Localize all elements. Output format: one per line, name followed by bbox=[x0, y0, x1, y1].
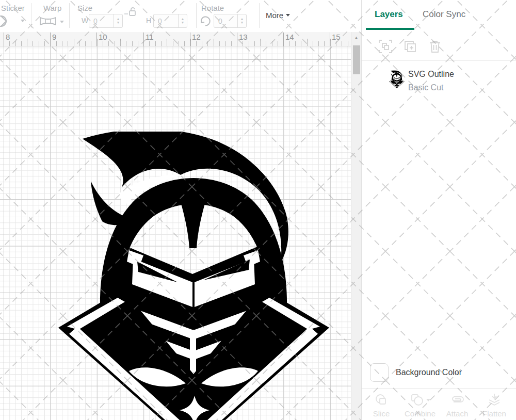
toolbar-divider bbox=[259, 3, 260, 28]
sticker-button[interactable] bbox=[0, 14, 13, 30]
rotate-button[interactable] bbox=[199, 15, 212, 29]
ruler-number: 14 bbox=[283, 33, 294, 41]
size-section-label: Size bbox=[77, 4, 92, 12]
height-input[interactable]: 0 ▲ ▼ bbox=[153, 14, 187, 28]
design-editor-window: Sticker Warp Size W 0 ▲ ▼ bbox=[0, 0, 516, 420]
canvas-artwork-knight[interactable] bbox=[57, 132, 330, 420]
layer-tools-row bbox=[362, 33, 516, 61]
canvas-vertical-scrollbar[interactable]: ▲ bbox=[351, 32, 361, 420]
lock-open-icon bbox=[124, 7, 139, 17]
toolbar-divider bbox=[31, 3, 31, 28]
top-toolbar: Sticker Warp Size W 0 ▲ ▼ bbox=[0, 0, 361, 32]
width-stepper[interactable]: ▲ ▼ bbox=[114, 14, 122, 27]
rotate-icon bbox=[199, 15, 212, 27]
layer-cut-type: Basic Cut bbox=[408, 83, 443, 92]
ruler-number: 10 bbox=[96, 33, 107, 41]
sticker-section-label: Sticker bbox=[1, 4, 25, 12]
flatten-button[interactable]: Flatten bbox=[476, 392, 512, 418]
active-tab-underline bbox=[366, 28, 414, 30]
combine-icon bbox=[410, 393, 425, 407]
warp-icon bbox=[39, 15, 57, 27]
combine-button[interactable]: Combine bbox=[402, 392, 438, 418]
tab-layers[interactable]: Layers bbox=[375, 9, 403, 20]
layer-item-svg-outline[interactable]: SVG Outline Basic Cut bbox=[362, 63, 516, 98]
attach-icon bbox=[448, 394, 466, 406]
combine-caret-icon bbox=[426, 399, 430, 401]
layer-title: SVG Outline bbox=[408, 70, 454, 79]
stepper-down-icon[interactable]: ▼ bbox=[117, 21, 120, 24]
toolbar-divider bbox=[196, 3, 197, 28]
ruler-number: 15 bbox=[330, 33, 341, 41]
horizontal-ruler: 8 9 10 11 12 13 14 15 bbox=[0, 32, 351, 46]
ruler-number: 11 bbox=[143, 33, 154, 41]
duplicate-button[interactable] bbox=[403, 39, 417, 54]
flatten-icon bbox=[487, 393, 502, 407]
delete-button[interactable] bbox=[428, 39, 442, 54]
lock-aspect-button[interactable] bbox=[124, 7, 139, 19]
layer-actions-bar: Slice Combine bbox=[362, 388, 516, 420]
height-stepper[interactable]: ▲ ▼ bbox=[178, 14, 187, 27]
width-field-label: W bbox=[82, 17, 88, 25]
background-color-row: Background Color bbox=[362, 360, 516, 388]
design-canvas[interactable] bbox=[0, 46, 351, 420]
ruler-number: 8 bbox=[4, 33, 10, 41]
background-color-swatch[interactable] bbox=[370, 363, 389, 382]
group-button[interactable] bbox=[378, 39, 393, 54]
attach-button[interactable]: Attach bbox=[439, 392, 475, 418]
warp-button[interactable] bbox=[39, 15, 57, 29]
warp-section-label: Warp bbox=[43, 4, 61, 12]
rotate-section-label: Rotate bbox=[201, 4, 224, 12]
background-color-label: Background Color bbox=[396, 368, 462, 377]
width-input[interactable]: 0 ▲ ▼ bbox=[89, 14, 123, 28]
warp-caret-icon[interactable] bbox=[60, 21, 64, 23]
tab-color-sync[interactable]: Color Sync bbox=[423, 9, 465, 20]
toolbar-divider bbox=[69, 3, 70, 28]
rotate-input[interactable]: 0 ▲ ▼ bbox=[214, 14, 247, 28]
sticker-caret-icon[interactable] bbox=[21, 20, 25, 22]
ruler-number: 13 bbox=[237, 33, 248, 41]
layer-thumbnail-knight bbox=[389, 70, 405, 89]
right-panel: Layers Color Sync bbox=[361, 0, 516, 420]
stepper-down-icon[interactable]: ▼ bbox=[181, 21, 185, 24]
scrollbar-thumb[interactable] bbox=[353, 45, 360, 74]
scrollbar-up-icon[interactable]: ▲ bbox=[351, 32, 361, 43]
more-button[interactable]: More bbox=[266, 11, 290, 20]
ruler-number: 9 bbox=[50, 33, 56, 41]
slice-button[interactable]: Slice bbox=[363, 392, 399, 418]
height-field-label: H bbox=[146, 17, 151, 25]
sticker-icon bbox=[0, 14, 13, 28]
more-caret-icon bbox=[286, 14, 290, 17]
rotate-stepper[interactable]: ▲ ▼ bbox=[237, 14, 246, 27]
stepper-down-icon[interactable]: ▼ bbox=[240, 21, 244, 24]
slice-icon bbox=[374, 393, 389, 407]
ruler-number: 12 bbox=[190, 33, 201, 41]
